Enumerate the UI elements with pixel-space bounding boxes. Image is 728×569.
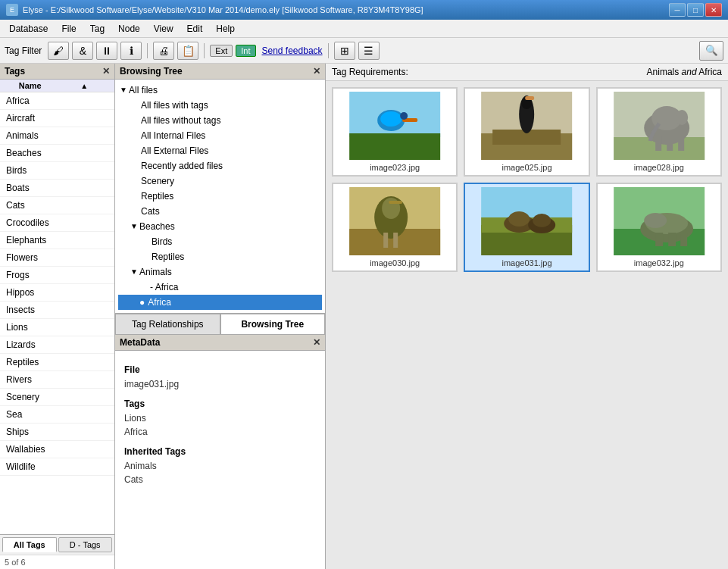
- svg-point-19: [676, 110, 688, 125]
- tag-item-elephants[interactable]: Elephants: [0, 232, 114, 249]
- menu-tag[interactable]: Tag: [84, 22, 111, 36]
- tag-item-sea[interactable]: Sea: [0, 406, 114, 424]
- image-cell-025[interactable]: image025.jpg: [464, 87, 589, 177]
- send-feedback-link[interactable]: Send feedback: [262, 45, 323, 56]
- tree-africa-minus[interactable]: - Africa: [118, 280, 322, 295]
- image-cell-032[interactable]: image032.jpg: [596, 183, 722, 272]
- metadata-close[interactable]: ✕: [313, 337, 320, 348]
- tag-item-aircraft[interactable]: Aircraft: [0, 110, 114, 127]
- tree-all-internal-files[interactable]: All Internal Files: [118, 128, 322, 143]
- maximize-button[interactable]: □: [687, 3, 704, 17]
- image-cell-030[interactable]: image030.jpg: [332, 183, 458, 272]
- image-cell-023[interactable]: image023.jpg: [332, 87, 458, 177]
- tree-all-external-files[interactable]: All External Files: [118, 143, 322, 158]
- info-button[interactable]: ℹ: [120, 42, 142, 60]
- menu-view[interactable]: View: [148, 22, 180, 36]
- tag-item-lions[interactable]: Lions: [0, 319, 114, 336]
- tag-item-cats[interactable]: Cats: [0, 197, 114, 214]
- images-header: Tag Requirements: Animals and Africa: [326, 64, 728, 81]
- file-value: image031.jpg: [124, 377, 316, 391]
- tab-browsing-tree[interactable]: Browsing Tree: [220, 314, 326, 335]
- tag-item-ships[interactable]: Ships: [0, 424, 114, 441]
- tag-item-lizards[interactable]: Lizards: [0, 336, 114, 354]
- tags-value-africa: Africa: [124, 425, 316, 439]
- ampersand-button[interactable]: &: [72, 42, 93, 60]
- inherited-tags-label: Inherited Tags: [124, 446, 316, 457]
- tags-panel-close[interactable]: ✕: [102, 66, 110, 77]
- ext-badge[interactable]: Ext: [210, 45, 233, 57]
- tag-item-frogs[interactable]: Frogs: [0, 267, 114, 284]
- menu-file[interactable]: File: [55, 22, 82, 36]
- tree-label: Africa: [148, 295, 171, 309]
- tag-item-rivers[interactable]: Rivers: [0, 371, 114, 389]
- tree-africa-selected[interactable]: ● Africa: [118, 295, 322, 310]
- tree-animals[interactable]: ▼ Animals: [118, 264, 322, 280]
- tag-item-africa[interactable]: Africa: [0, 92, 114, 110]
- copy-button[interactable]: 📋: [177, 42, 198, 60]
- inherited-tag-animals: Animals: [124, 459, 316, 473]
- svg-point-31: [508, 211, 530, 227]
- metadata-title: MetaData: [120, 337, 160, 348]
- tree-label: All files without tags: [141, 114, 220, 127]
- svg-point-3: [380, 111, 401, 127]
- svg-rect-17: [667, 136, 673, 151]
- minimize-button[interactable]: ─: [669, 3, 686, 17]
- metadata-header: MetaData ✕: [115, 335, 325, 351]
- tags-list: Africa Aircraft Animals Beaches Birds Bo…: [0, 92, 114, 534]
- int-badge[interactable]: Int: [236, 45, 255, 57]
- print-button[interactable]: 🖨: [153, 42, 174, 60]
- tree-all-files[interactable]: ▼ All files: [118, 83, 322, 98]
- tab-tag-relationships[interactable]: Tag Relationships: [115, 314, 220, 334]
- tree-scenery[interactable]: Scenery: [118, 174, 322, 189]
- tag-item-crocodiles[interactable]: Crocodiles: [0, 214, 114, 232]
- tree-all-files-with-tags[interactable]: All files with tags: [118, 98, 322, 113]
- tree-reptiles-top[interactable]: Reptiles: [118, 189, 322, 204]
- tags-bottom-tabs: All Tags D - Tags: [0, 534, 114, 555]
- tree-cats-top[interactable]: Cats: [118, 204, 322, 219]
- image-thumb-032: [601, 187, 717, 255]
- menu-help[interactable]: Help: [210, 22, 241, 36]
- tag-item-scenery[interactable]: Scenery: [0, 389, 114, 406]
- tab-all-tags[interactable]: All Tags: [2, 537, 57, 552]
- tree-beaches[interactable]: ▼ Beaches: [118, 219, 322, 234]
- image-cell-028[interactable]: image028.jpg: [596, 87, 722, 177]
- tag-item-flowers[interactable]: Flowers: [0, 249, 114, 267]
- tag-item-boats[interactable]: Boats: [0, 180, 114, 197]
- list-view-button[interactable]: ☰: [358, 42, 380, 60]
- tag-item-hippos[interactable]: Hippos: [0, 284, 114, 302]
- menu-edit[interactable]: Edit: [181, 22, 209, 36]
- tag-list-header[interactable]: Name ▲: [0, 80, 114, 92]
- tag-item-beaches[interactable]: Beaches: [0, 145, 114, 162]
- tag-item-insects[interactable]: Insects: [0, 302, 114, 319]
- tree-label: Birds: [152, 235, 172, 249]
- image-cell-031[interactable]: image031.jpg: [464, 183, 589, 272]
- tag-item-birds[interactable]: Birds: [0, 162, 114, 180]
- pause-button[interactable]: ⏸: [96, 42, 117, 60]
- tree-reptiles-beaches[interactable]: Reptiles: [118, 249, 322, 264]
- grid-view-button[interactable]: ⊞: [334, 42, 355, 60]
- menu-database[interactable]: Database: [3, 22, 54, 36]
- image-thumb-028: [601, 92, 717, 160]
- tags-panel-header: Tags ✕: [0, 64, 114, 80]
- browsing-tree-content: ▼ All files All files with tags All file…: [115, 80, 325, 313]
- tree-birds-beaches[interactable]: Birds: [118, 234, 322, 249]
- tag-item-animals[interactable]: Animals: [0, 127, 114, 145]
- tab-d-tags[interactable]: D - Tags: [58, 537, 113, 552]
- metadata-panel: MetaData ✕ File image031.jpg Tags Lions …: [115, 334, 325, 569]
- svg-rect-41: [680, 233, 687, 246]
- tree-all-files-without-tags[interactable]: All files without tags: [118, 113, 322, 128]
- tree-label: All files with tags: [141, 98, 208, 112]
- browsing-tree-close[interactable]: ✕: [313, 66, 320, 77]
- menu-node[interactable]: Node: [112, 22, 146, 36]
- tag-requirements-label: Tag Requirements:: [332, 67, 408, 77]
- close-button[interactable]: ✕: [705, 3, 722, 17]
- tag-item-wallabies[interactable]: Wallabies: [0, 441, 114, 458]
- search-button[interactable]: 🔍: [699, 41, 723, 61]
- paintbrush-button[interactable]: 🖌: [48, 42, 69, 60]
- tag-item-wildlife[interactable]: Wildlife: [0, 458, 114, 476]
- browsing-tree-header: Browsing Tree ✕: [115, 64, 325, 80]
- sort-arrow-icon: ▲: [58, 82, 112, 90]
- tab-bar: Tag Relationships Browsing Tree: [115, 313, 325, 334]
- tree-recently-added[interactable]: Recently added files: [118, 158, 322, 174]
- tag-item-reptiles[interactable]: Reptiles: [0, 354, 114, 371]
